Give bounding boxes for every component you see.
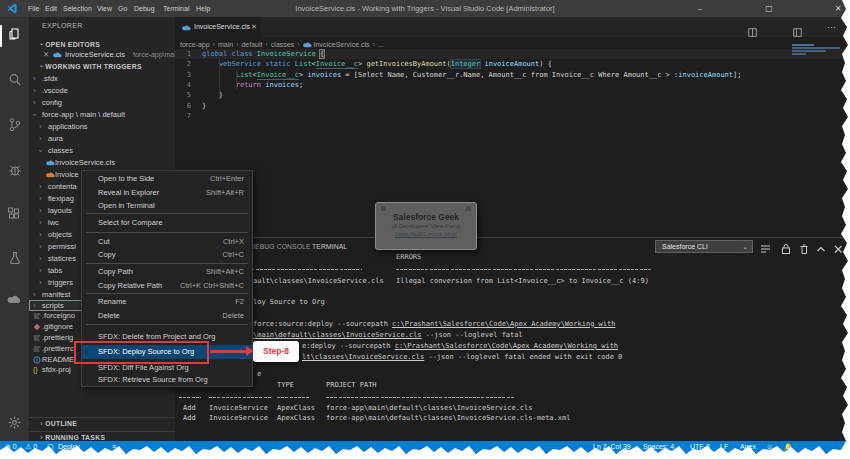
breadcrumb-item[interactable]: default bbox=[241, 41, 262, 48]
code-line-7: 7 bbox=[175, 111, 850, 121]
menu-separator bbox=[86, 293, 248, 294]
torn-edge-bottom bbox=[0, 441, 850, 459]
salesforce-file-icon bbox=[182, 25, 191, 31]
tab-close-icon[interactable]: ✕ bbox=[251, 17, 257, 37]
tree-item-config[interactable]: ›config bbox=[29, 97, 175, 109]
terminal-text: ApexClass bbox=[277, 414, 315, 423]
vscode-logo-icon bbox=[7, 3, 18, 14]
menubar-item-go[interactable]: Go bbox=[118, 0, 127, 17]
context-menu-item-sfdx-retrieve-source-from-org[interactable]: SFDX: Retrieve Source from Org bbox=[82, 373, 252, 387]
salesforce-file-icon bbox=[303, 41, 314, 48]
title-bar: FileEditSelectionViewGoDebugTerminalHelp… bbox=[0, 0, 850, 17]
search-icon[interactable] bbox=[7, 72, 23, 88]
test-beaker-icon[interactable] bbox=[7, 250, 23, 266]
breadcrumb-item[interactable]: InvoiceService.cls bbox=[314, 41, 370, 48]
watermark-pin bbox=[466, 206, 471, 211]
menubar-item-selection[interactable]: Selection bbox=[63, 0, 92, 17]
context-menu-item-delete[interactable]: DeleteDelete bbox=[82, 309, 252, 323]
chevron-right-icon: › bbox=[373, 41, 375, 48]
chevron-right-icon: › bbox=[213, 41, 215, 48]
menu-separator bbox=[86, 324, 248, 325]
close-icon[interactable]: ✕ bbox=[43, 49, 49, 61]
divider bbox=[29, 417, 175, 418]
terminal-text: ault\classes\InvoiceService.cls bbox=[253, 277, 384, 286]
chevron-up-icon[interactable] bbox=[815, 241, 827, 259]
indent-guide bbox=[219, 59, 220, 100]
step-label: Step-8 bbox=[253, 341, 299, 362]
chevron-right-icon: › bbox=[297, 41, 299, 48]
breadcrumb-item[interactable]: main bbox=[218, 41, 233, 48]
menubar-item-file[interactable]: File bbox=[28, 0, 39, 17]
context-menu-item-select-for-compare[interactable]: Select for Compare bbox=[82, 216, 252, 230]
maximize-button[interactable]: ▢ bbox=[754, 0, 784, 17]
menubar-item-view[interactable]: View bbox=[97, 0, 112, 17]
breadcrumb-item[interactable]: force-app bbox=[180, 41, 210, 48]
trash-icon[interactable] bbox=[798, 241, 810, 259]
indent-guide bbox=[236, 69, 237, 90]
tree-item-classes[interactable]: ›classes bbox=[29, 145, 175, 157]
terminal-text: \main\default\classes\InvoiceService.cls… bbox=[253, 331, 523, 340]
context-menu-item-copy-path[interactable]: Copy PathShift+Alt+C bbox=[82, 265, 252, 279]
source-control-icon[interactable] bbox=[7, 117, 23, 133]
terminal-text: InvoiceService bbox=[209, 414, 268, 423]
code-editor[interactable]: 1global class InvoiceService {2 webServi… bbox=[175, 49, 850, 237]
sidebar-title: EXPLORER bbox=[42, 22, 83, 29]
tree-item-applications[interactable]: ›applications bbox=[29, 121, 175, 133]
minimize-button[interactable]: – bbox=[685, 0, 715, 17]
context-menu-item-cut[interactable]: CutCtrl+X bbox=[82, 235, 252, 249]
context-menu-item-reveal-in-explorer[interactable]: Reveal in ExplorerShift+Alt+R bbox=[82, 186, 252, 200]
torn-edge-right bbox=[836, 0, 850, 459]
breadcrumb-item[interactable]: classes bbox=[271, 41, 294, 48]
tab-invoiceservice[interactable]: InvoiceService.cls ✕ bbox=[175, 17, 261, 37]
split-editor-icon[interactable] bbox=[748, 23, 757, 41]
context-menu-item-open-to-the-side[interactable]: Open to the SideCtrl+Enter bbox=[82, 172, 252, 186]
open-editor-item[interactable]: ✕ InvoiceService.cls force-app\main\... bbox=[29, 49, 175, 61]
annotation-red-box bbox=[74, 341, 209, 364]
panel-tab-terminal[interactable]: TERMINAL bbox=[312, 238, 347, 256]
project-section-header[interactable]: › WORKING WITH TRIGGERS bbox=[40, 62, 142, 71]
tree-item--sfdx[interactable]: ›.sfdx bbox=[29, 73, 175, 85]
outline-section[interactable]: › OUTLINE bbox=[40, 419, 77, 428]
tree-item-invoiceservice-cls[interactable]: InvoiceService.cls bbox=[29, 157, 175, 169]
menu-separator bbox=[86, 263, 248, 264]
more-actions-icon[interactable]: ··· bbox=[827, 17, 836, 37]
tree-item--vscode[interactable]: ›.vscode bbox=[29, 85, 175, 97]
open-editor-file: InvoiceService.cls bbox=[65, 49, 125, 61]
extensions-icon[interactable] bbox=[7, 207, 23, 223]
code-line-1: 1global class InvoiceService { bbox=[175, 49, 850, 59]
code-line-2: 2 webService static List<Invoice__c> get… bbox=[175, 59, 850, 69]
list-icon[interactable] bbox=[760, 241, 772, 259]
terminal-text: Illegal conversion from List<Invoice__c>… bbox=[396, 277, 649, 286]
vscode-window: FileEditSelectionViewGoDebugTerminalHelp… bbox=[0, 0, 850, 459]
terminal-text: e:deploy --sourcepath c:\Prashant\Salesf… bbox=[302, 342, 618, 351]
code-line-5: 5 } bbox=[175, 90, 850, 100]
tree-item-force-app-main-default[interactable]: ›force-app \ main \ default bbox=[29, 109, 175, 121]
context-menu-item-rename[interactable]: RenameF2 bbox=[82, 295, 252, 309]
terminal-text: Add bbox=[183, 404, 196, 413]
terminal-separator bbox=[179, 397, 201, 398]
explorer-icon[interactable] bbox=[7, 27, 23, 43]
watermark-sticker: Salesforce Geek (A Developers' View Poin… bbox=[375, 202, 477, 250]
minimap bbox=[792, 44, 814, 46]
context-menu-item-copy-relative-path[interactable]: Copy Relative PathCtrl+K Ctrl+Shift+C bbox=[82, 279, 252, 293]
terminal-text: ERRORS bbox=[396, 253, 421, 262]
code-line-3: 3 List<Invoice__c> invoices = [Select Na… bbox=[175, 70, 850, 80]
salesforce-cloud-icon[interactable] bbox=[7, 292, 23, 308]
minimap bbox=[792, 50, 826, 52]
tab-label: InvoiceService.cls bbox=[194, 17, 250, 37]
terminal-selector-dropdown[interactable]: Salesforce CLI⌄ bbox=[655, 240, 753, 253]
settings-gear-icon[interactable] bbox=[7, 415, 23, 431]
tree-item-aura[interactable]: ›aura bbox=[29, 133, 175, 145]
terminal-text: InvoiceService bbox=[209, 404, 268, 413]
context-menu-item-copy[interactable]: CopyCtrl+C bbox=[82, 248, 252, 262]
run-debug-icon[interactable] bbox=[7, 162, 23, 178]
layout-icon[interactable] bbox=[793, 23, 802, 41]
breadcrumb-item[interactable]: ... bbox=[378, 41, 384, 48]
terminal-text: loy Source to Org bbox=[253, 298, 325, 307]
menubar-item-edit[interactable]: Edit bbox=[45, 0, 57, 17]
terminal-text: PROJECT PATH bbox=[326, 381, 377, 390]
open-editors-header[interactable]: › OPEN EDITORS bbox=[40, 40, 100, 49]
lock-icon[interactable] bbox=[780, 241, 792, 259]
panel-tab-debug-console[interactable]: DEBUG CONSOLE bbox=[250, 238, 311, 256]
context-menu-item-open-in-terminal[interactable]: Open in Terminal bbox=[82, 199, 252, 213]
